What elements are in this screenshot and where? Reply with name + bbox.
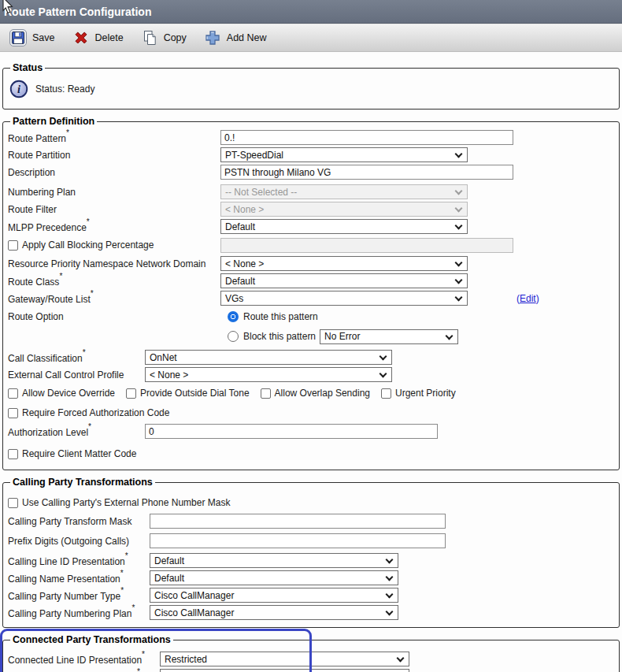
route-class-select[interactable]: Default xyxy=(220,273,468,288)
copy-button[interactable]: Copy xyxy=(141,29,187,46)
allow-overlap-sending-checkbox[interactable] xyxy=(261,388,271,399)
apply-call-blocking-checkbox[interactable] xyxy=(8,240,18,251)
block-reason-select[interactable]: No Error xyxy=(320,329,458,344)
chevron-down-icon xyxy=(379,370,387,378)
route-pattern-row: Route Pattern* xyxy=(8,129,614,146)
route-partition-row: Route Partition PT-SpeedDial xyxy=(8,147,614,163)
description-label: Description xyxy=(8,167,220,178)
route-class-row: Route Class* Default xyxy=(8,273,614,289)
delete-button[interactable]: Delete xyxy=(72,29,124,46)
call-blocking-percentage-input xyxy=(220,238,513,253)
route-option-label: Route Option xyxy=(8,311,220,322)
connected-line-id-select[interactable]: Restricted xyxy=(160,652,409,666)
numbering-plan-select: -- Not Selected -- xyxy=(220,184,468,199)
allow-overlap-sending-label: Allow Overlap Sending xyxy=(275,388,370,399)
chevron-down-icon xyxy=(386,608,394,616)
external-call-control-label: External Call Control Profile xyxy=(8,369,145,381)
use-ext-mask-row: Use Calling Party's External Phone Numbe… xyxy=(8,493,614,512)
calling-name-presentation-label: Calling Name Presentation* xyxy=(8,571,150,585)
copy-icon xyxy=(141,29,158,46)
numbering-plan-label: Numbering Plan xyxy=(8,187,220,198)
route-partition-select[interactable]: PT-SpeedDial xyxy=(220,147,468,162)
gateway-route-list-label: Gateway/Route List* xyxy=(8,291,220,305)
description-input[interactable] xyxy=(220,165,513,180)
delete-icon xyxy=(72,29,90,46)
resource-priority-select[interactable]: < None > xyxy=(220,256,468,271)
calling-line-id-row: Calling Line ID Presentation* Default xyxy=(8,552,614,569)
connected-party-wrap: Connected Party Transformations Connecte… xyxy=(0,634,622,672)
transform-mask-input[interactable] xyxy=(150,514,446,529)
toolbar: Save Delete Copy Add New xyxy=(0,24,622,52)
calling-line-id-select[interactable]: Default xyxy=(150,553,398,568)
calling-number-type-label: Calling Party Number Type* xyxy=(8,588,150,602)
call-classification-select[interactable]: OnNet xyxy=(145,350,392,365)
call-classification-label: Call Classification* xyxy=(8,351,145,364)
route-filter-select: < None > xyxy=(220,202,468,217)
route-filter-label: Route Filter xyxy=(8,204,220,215)
prefix-digits-row: Prefix Digits (Outgoing Calls) xyxy=(8,533,614,549)
block-this-pattern-radio[interactable] xyxy=(228,331,239,342)
block-this-pattern-label: Block this pattern xyxy=(243,331,316,342)
gateway-route-list-row: Gateway/Route List* VGs (Edit) xyxy=(8,290,614,306)
provide-outside-dial-tone-checkbox[interactable] xyxy=(126,388,136,399)
edit-link[interactable]: (Edit) xyxy=(516,293,539,304)
mlpp-precedence-row: MLPP Precedence* Default xyxy=(8,218,614,235)
add-new-icon xyxy=(204,29,221,46)
connected-name-presentation-select[interactable]: Restricted xyxy=(160,669,409,672)
urgent-priority-checkbox[interactable] xyxy=(381,388,391,399)
mouse-cursor-icon xyxy=(2,0,13,15)
chevron-down-icon xyxy=(379,353,387,361)
use-external-mask-checkbox[interactable] xyxy=(8,498,18,508)
provide-outside-dial-tone-label: Provide Outside Dial Tone xyxy=(140,388,250,399)
add-new-label: Add New xyxy=(227,32,267,43)
use-external-mask-label: Use Calling Party's External Phone Numbe… xyxy=(22,497,230,508)
require-fac-row: Require Forced Authorization Code xyxy=(8,403,614,422)
save-icon xyxy=(9,29,27,46)
chevron-down-icon xyxy=(455,277,463,284)
route-this-pattern-label: Route this pattern xyxy=(243,311,318,322)
calling-name-presentation-row: Calling Name Presentation* Default xyxy=(8,570,614,586)
route-this-pattern-radio[interactable] xyxy=(228,311,239,322)
description-row: Description xyxy=(8,164,614,180)
save-button[interactable]: Save xyxy=(9,29,55,46)
gateway-route-list-select[interactable]: VGs xyxy=(220,291,468,306)
calling-numbering-plan-select[interactable]: Cisco CallManager xyxy=(150,605,398,620)
call-classification-row: Call Classification* OnNet xyxy=(8,349,614,366)
route-pattern-label: Route Pattern* xyxy=(8,131,220,144)
require-fac-checkbox[interactable] xyxy=(8,408,18,418)
resource-priority-row: Resource Priority Namespace Network Doma… xyxy=(8,255,614,272)
pattern-flags-row: Allow Device Override Provide Outside Di… xyxy=(8,384,614,403)
prefix-digits-input[interactable] xyxy=(150,533,446,548)
calling-party-section: Calling Party Transformations Use Callin… xyxy=(2,477,620,628)
connected-party-section: Connected Party Transformations Connecte… xyxy=(2,634,620,672)
external-call-control-select[interactable]: < None > xyxy=(145,367,392,382)
authorization-level-input[interactable] xyxy=(145,424,438,439)
allow-device-override-label: Allow Device Override xyxy=(22,388,115,399)
connected-party-legend: Connected Party Transformations xyxy=(10,634,173,645)
resource-priority-label: Resource Priority Namespace Network Doma… xyxy=(8,258,220,269)
add-new-button[interactable]: Add New xyxy=(204,29,267,46)
require-cmc-checkbox[interactable] xyxy=(8,449,18,459)
delete-label: Delete xyxy=(95,32,124,43)
calling-name-presentation-select[interactable]: Default xyxy=(150,570,398,585)
transform-mask-row: Calling Party Transform Mask xyxy=(8,513,614,529)
authorization-level-row: Authorization Level* xyxy=(8,423,614,440)
chevron-down-icon xyxy=(386,556,394,564)
allow-device-override-checkbox[interactable] xyxy=(8,388,18,399)
calling-line-id-label: Calling Line ID Presentation* xyxy=(8,554,150,567)
numbering-plan-row: Numbering Plan -- Not Selected -- xyxy=(8,184,614,200)
authorization-level-label: Authorization Level* xyxy=(8,425,145,438)
calling-number-type-select[interactable]: Cisco CallManager xyxy=(150,588,398,603)
urgent-priority-label: Urgent Priority xyxy=(395,388,456,399)
save-label: Save xyxy=(32,32,55,43)
page-content: Status i Status: Ready Pattern Definitio… xyxy=(0,52,622,672)
chevron-down-icon xyxy=(455,294,463,302)
pattern-definition-section: Pattern Definition Route Pattern* Route … xyxy=(2,116,620,470)
status-text: Status: Ready xyxy=(35,84,94,95)
mlpp-precedence-select[interactable]: Default xyxy=(220,219,468,234)
chevron-down-icon xyxy=(455,205,463,213)
info-icon: i xyxy=(9,80,28,98)
block-pattern-row: Block this pattern No Error xyxy=(8,327,614,346)
route-option-row: Route Option Route this pattern xyxy=(8,307,614,326)
route-pattern-input[interactable] xyxy=(220,130,513,145)
